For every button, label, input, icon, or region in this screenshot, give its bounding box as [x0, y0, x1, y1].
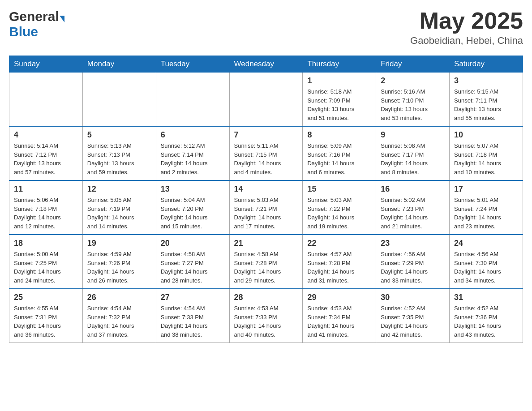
day-number: 19 — [87, 239, 151, 248]
calendar-cell: 6Sunrise: 5:12 AM Sunset: 7:14 PM Daylig… — [156, 126, 229, 180]
day-number: 7 — [234, 130, 298, 140]
day-number: 13 — [161, 184, 225, 194]
day-info: Sunrise: 5:01 AM Sunset: 7:24 PM Dayligh… — [454, 196, 518, 231]
day-number: 18 — [14, 239, 78, 248]
calendar-header-tuesday: Tuesday — [156, 56, 229, 73]
calendar-cell: 23Sunrise: 4:56 AM Sunset: 7:29 PM Dayli… — [376, 235, 450, 289]
logo: General Blue — [9, 9, 64, 39]
calendar-cell: 4Sunrise: 5:14 AM Sunset: 7:12 PM Daylig… — [9, 126, 83, 180]
calendar-cell: 22Sunrise: 4:57 AM Sunset: 7:28 PM Dayli… — [303, 235, 376, 289]
day-number: 6 — [161, 130, 225, 140]
day-number: 8 — [307, 130, 371, 140]
day-info: Sunrise: 4:56 AM Sunset: 7:29 PM Dayligh… — [381, 250, 445, 285]
calendar-cell: 5Sunrise: 5:13 AM Sunset: 7:13 PM Daylig… — [82, 126, 156, 180]
calendar-week-row: 25Sunrise: 4:55 AM Sunset: 7:31 PM Dayli… — [9, 289, 523, 343]
day-number: 9 — [381, 130, 445, 140]
calendar-cell: 9Sunrise: 5:08 AM Sunset: 7:17 PM Daylig… — [376, 126, 450, 180]
day-number: 22 — [307, 239, 371, 248]
logo-arrow-icon — [60, 16, 64, 22]
day-number: 24 — [454, 239, 518, 248]
calendar-cell: 7Sunrise: 5:11 AM Sunset: 7:15 PM Daylig… — [229, 126, 303, 180]
day-number: 1 — [307, 76, 371, 86]
calendar-table: SundayMondayTuesdayWednesdayThursdayFrid… — [9, 56, 523, 343]
calendar-header-sunday: Sunday — [9, 56, 83, 73]
calendar-cell: 8Sunrise: 5:09 AM Sunset: 7:16 PM Daylig… — [303, 126, 376, 180]
calendar-cell: 26Sunrise: 4:54 AM Sunset: 7:32 PM Dayli… — [82, 289, 156, 343]
day-info: Sunrise: 5:16 AM Sunset: 7:10 PM Dayligh… — [381, 87, 445, 122]
calendar-cell: 12Sunrise: 5:05 AM Sunset: 7:19 PM Dayli… — [82, 180, 156, 235]
day-number: 5 — [87, 130, 151, 140]
day-number: 14 — [234, 184, 298, 194]
day-info: Sunrise: 5:12 AM Sunset: 7:14 PM Dayligh… — [161, 141, 225, 176]
day-number: 28 — [234, 293, 298, 302]
day-info: Sunrise: 5:06 AM Sunset: 7:18 PM Dayligh… — [14, 196, 78, 231]
month-title: May 2025 — [410, 9, 523, 32]
calendar-cell: 21Sunrise: 4:58 AM Sunset: 7:28 PM Dayli… — [229, 235, 303, 289]
calendar-header-saturday: Saturday — [450, 56, 523, 73]
calendar-week-row: 18Sunrise: 5:00 AM Sunset: 7:25 PM Dayli… — [9, 235, 523, 289]
calendar-header-monday: Monday — [82, 56, 156, 73]
day-number: 15 — [307, 184, 371, 194]
day-info: Sunrise: 5:02 AM Sunset: 7:23 PM Dayligh… — [381, 196, 445, 231]
logo-general-text: General — [9, 9, 59, 24]
day-info: Sunrise: 5:18 AM Sunset: 7:09 PM Dayligh… — [307, 87, 371, 122]
day-number: 16 — [381, 184, 445, 194]
day-info: Sunrise: 5:03 AM Sunset: 7:21 PM Dayligh… — [234, 196, 298, 231]
day-number: 30 — [381, 293, 445, 302]
calendar-cell: 2Sunrise: 5:16 AM Sunset: 7:10 PM Daylig… — [376, 73, 450, 127]
day-info: Sunrise: 5:11 AM Sunset: 7:15 PM Dayligh… — [234, 141, 298, 176]
logo-blue-text: Blue — [9, 24, 38, 39]
calendar-cell: 25Sunrise: 4:55 AM Sunset: 7:31 PM Dayli… — [9, 289, 83, 343]
day-number: 4 — [14, 130, 78, 140]
calendar-header-wednesday: Wednesday — [229, 56, 303, 73]
calendar-cell: 17Sunrise: 5:01 AM Sunset: 7:24 PM Dayli… — [450, 180, 523, 235]
day-number: 10 — [454, 130, 518, 140]
day-info: Sunrise: 4:52 AM Sunset: 7:35 PM Dayligh… — [381, 304, 445, 339]
day-number: 26 — [87, 293, 151, 302]
day-info: Sunrise: 5:03 AM Sunset: 7:22 PM Dayligh… — [307, 196, 371, 231]
calendar-cell: 19Sunrise: 4:59 AM Sunset: 7:26 PM Dayli… — [82, 235, 156, 289]
day-info: Sunrise: 5:08 AM Sunset: 7:17 PM Dayligh… — [381, 141, 445, 176]
calendar-cell — [229, 73, 303, 127]
day-number: 12 — [87, 184, 151, 194]
calendar-cell — [9, 73, 83, 127]
day-info: Sunrise: 5:05 AM Sunset: 7:19 PM Dayligh… — [87, 196, 151, 231]
day-info: Sunrise: 5:13 AM Sunset: 7:13 PM Dayligh… — [87, 141, 151, 176]
calendar-header-thursday: Thursday — [303, 56, 376, 73]
day-info: Sunrise: 4:53 AM Sunset: 7:34 PM Dayligh… — [307, 304, 371, 339]
calendar-cell: 3Sunrise: 5:15 AM Sunset: 7:11 PM Daylig… — [450, 73, 523, 127]
day-info: Sunrise: 4:53 AM Sunset: 7:33 PM Dayligh… — [234, 304, 298, 339]
day-info: Sunrise: 5:04 AM Sunset: 7:20 PM Dayligh… — [161, 196, 225, 231]
day-number: 25 — [14, 293, 78, 302]
day-info: Sunrise: 4:55 AM Sunset: 7:31 PM Dayligh… — [14, 304, 78, 339]
day-number: 31 — [454, 293, 518, 302]
calendar-cell: 11Sunrise: 5:06 AM Sunset: 7:18 PM Dayli… — [9, 180, 83, 235]
calendar-week-row: 4Sunrise: 5:14 AM Sunset: 7:12 PM Daylig… — [9, 126, 523, 180]
day-info: Sunrise: 4:56 AM Sunset: 7:30 PM Dayligh… — [454, 250, 518, 285]
day-number: 21 — [234, 239, 298, 248]
calendar-cell: 31Sunrise: 4:52 AM Sunset: 7:36 PM Dayli… — [450, 289, 523, 343]
title-section: May 2025 Gaobeidian, Hebei, China — [410, 9, 523, 47]
day-info: Sunrise: 5:14 AM Sunset: 7:12 PM Dayligh… — [14, 141, 78, 176]
calendar-cell: 14Sunrise: 5:03 AM Sunset: 7:21 PM Dayli… — [229, 180, 303, 235]
calendar-cell — [156, 73, 229, 127]
calendar-cell: 18Sunrise: 5:00 AM Sunset: 7:25 PM Dayli… — [9, 235, 83, 289]
day-number: 3 — [454, 76, 518, 86]
calendar-week-row: 1Sunrise: 5:18 AM Sunset: 7:09 PM Daylig… — [9, 73, 523, 127]
calendar-cell: 15Sunrise: 5:03 AM Sunset: 7:22 PM Dayli… — [303, 180, 376, 235]
day-number: 23 — [381, 239, 445, 248]
calendar-week-row: 11Sunrise: 5:06 AM Sunset: 7:18 PM Dayli… — [9, 180, 523, 235]
calendar-cell: 30Sunrise: 4:52 AM Sunset: 7:35 PM Dayli… — [376, 289, 450, 343]
calendar-cell: 28Sunrise: 4:53 AM Sunset: 7:33 PM Dayli… — [229, 289, 303, 343]
calendar-cell: 13Sunrise: 5:04 AM Sunset: 7:20 PM Dayli… — [156, 180, 229, 235]
day-number: 20 — [161, 239, 225, 248]
day-number: 29 — [307, 293, 371, 302]
day-number: 2 — [381, 76, 445, 86]
day-info: Sunrise: 4:58 AM Sunset: 7:28 PM Dayligh… — [234, 250, 298, 285]
calendar-header-row: SundayMondayTuesdayWednesdayThursdayFrid… — [9, 56, 523, 73]
day-info: Sunrise: 4:59 AM Sunset: 7:26 PM Dayligh… — [87, 250, 151, 285]
calendar-cell: 16Sunrise: 5:02 AM Sunset: 7:23 PM Dayli… — [376, 180, 450, 235]
day-info: Sunrise: 4:58 AM Sunset: 7:27 PM Dayligh… — [161, 250, 225, 285]
calendar-cell: 10Sunrise: 5:07 AM Sunset: 7:18 PM Dayli… — [450, 126, 523, 180]
day-info: Sunrise: 5:07 AM Sunset: 7:18 PM Dayligh… — [454, 141, 518, 176]
